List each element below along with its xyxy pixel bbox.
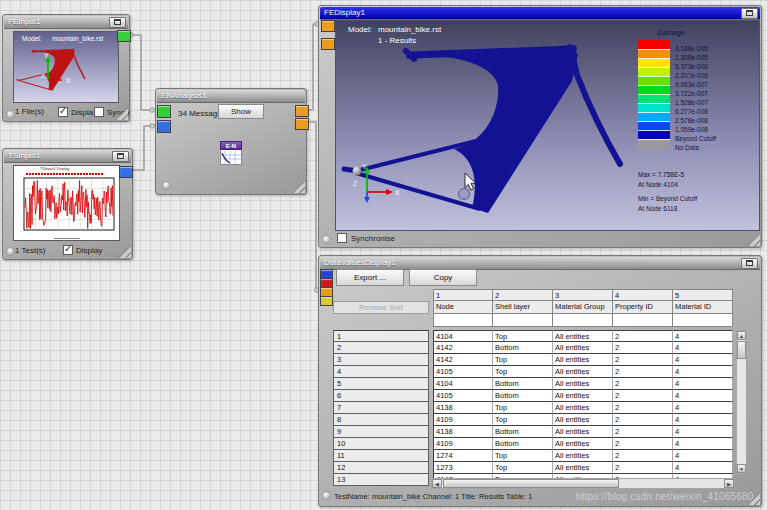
- column-header[interactable]: Shell layer: [493, 301, 553, 314]
- row-header[interactable]: 12: [333, 462, 429, 474]
- table-cell[interactable]: 1273: [433, 462, 493, 474]
- table-cell[interactable]: Top: [493, 402, 553, 414]
- table-cell[interactable]: 2: [613, 450, 673, 462]
- feinput-model-preview[interactable]: Model: mountain_bike.rst Y Z X: [13, 31, 119, 103]
- row-header[interactable]: 9: [333, 426, 429, 438]
- tsinput-output-port[interactable]: [119, 166, 133, 178]
- copy-button[interactable]: Copy: [409, 269, 477, 286]
- vertical-scrollbar[interactable]: ▲ ▼: [736, 330, 747, 474]
- row-header[interactable]: 11: [333, 450, 429, 462]
- table-cell[interactable]: All entities: [553, 426, 613, 438]
- table-row[interactable]: 111274TopAll entities24: [333, 450, 733, 462]
- scroll-left-arrow[interactable]: ◀: [432, 479, 442, 488]
- column-header[interactable]: Material ID: [673, 301, 733, 314]
- table-cell[interactable]: 2: [613, 426, 673, 438]
- table-cell[interactable]: 4: [673, 414, 733, 426]
- table-cell[interactable]: 2: [613, 414, 673, 426]
- table-cell[interactable]: 2: [613, 390, 673, 402]
- filter-cell[interactable]: [673, 314, 733, 327]
- table-cell[interactable]: Bottom: [493, 378, 553, 390]
- row-header[interactable]: 7: [333, 402, 429, 414]
- fedisplay-titlebar[interactable]: FEDisplay1: [320, 7, 760, 20]
- table-cell[interactable]: Top: [493, 354, 553, 366]
- filter-cell[interactable]: [433, 314, 493, 327]
- table-row[interactable]: 74138TopAll entities24: [333, 402, 733, 414]
- table-cell[interactable]: 1274: [433, 450, 493, 462]
- filter-cell[interactable]: [493, 314, 553, 327]
- show-messages-button[interactable]: Show: [218, 104, 264, 119]
- filter-cell[interactable]: [613, 314, 673, 327]
- row-header[interactable]: 13: [333, 474, 429, 486]
- table-cell[interactable]: 2: [613, 330, 673, 342]
- table-cell[interactable]: 4104: [433, 330, 493, 342]
- export-button[interactable]: Export ...: [336, 269, 404, 286]
- table-cell[interactable]: 2: [613, 438, 673, 450]
- table-cell[interactable]: 4138: [433, 402, 493, 414]
- table-cell[interactable]: Top: [493, 450, 553, 462]
- row-header[interactable]: 4: [333, 366, 429, 378]
- table-cell[interactable]: 4105: [433, 390, 493, 402]
- ts-input-port[interactable]: [157, 120, 171, 133]
- table-cell[interactable]: 4: [673, 462, 733, 474]
- table-cell[interactable]: All entities: [553, 342, 613, 354]
- table-cell[interactable]: Bottom: [493, 342, 553, 354]
- table-row[interactable]: 121273TopAll entities24: [333, 462, 733, 474]
- window-restore-button[interactable]: [109, 17, 126, 28]
- horizontal-scrollbar[interactable]: ◀ ▶: [431, 478, 735, 489]
- table-cell[interactable]: 4: [673, 330, 733, 342]
- input-port-yellow[interactable]: [320, 296, 333, 306]
- scroll-up-arrow[interactable]: ▲: [737, 331, 746, 340]
- table-cell[interactable]: 4142: [433, 342, 493, 354]
- table-cell[interactable]: 2: [613, 354, 673, 366]
- filter-cell[interactable]: [553, 314, 613, 327]
- table-cell[interactable]: All entities: [553, 378, 613, 390]
- table-row[interactable]: 64105BottomAll entities24: [333, 390, 733, 402]
- synchronise-checkbox[interactable]: [337, 233, 347, 243]
- table-cell[interactable]: All entities: [553, 414, 613, 426]
- scroll-right-arrow[interactable]: ▶: [724, 479, 734, 488]
- table-cell[interactable]: 4105: [433, 366, 493, 378]
- row-header[interactable]: 10: [333, 438, 429, 450]
- tsinput-plot-preview[interactable]: TSInput1 Display: [13, 165, 120, 241]
- column-header[interactable]: Material Group: [553, 301, 613, 314]
- row-header[interactable]: 5: [333, 378, 429, 390]
- table-cell[interactable]: All entities: [553, 366, 613, 378]
- table-cell[interactable]: 4: [673, 342, 733, 354]
- table-row[interactable]: 14104TopAll entities24: [333, 330, 733, 342]
- remove-sort-button[interactable]: Remove Sort: [333, 301, 429, 314]
- table-cell[interactable]: 4109: [433, 414, 493, 426]
- table-cell[interactable]: Top: [493, 414, 553, 426]
- table-cell[interactable]: 2: [613, 402, 673, 414]
- window-restore-button[interactable]: [112, 151, 129, 162]
- table-cell[interactable]: Top: [493, 366, 553, 378]
- table-cell[interactable]: 4109: [433, 438, 493, 450]
- column-number[interactable]: 3: [553, 289, 613, 301]
- synch-checkbox[interactable]: [94, 107, 104, 117]
- enanalysis-titlebar[interactable]: ENAnalysis1: [157, 90, 305, 103]
- table-cell[interactable]: 2: [613, 366, 673, 378]
- column-number[interactable]: 1: [433, 289, 493, 301]
- display-checkbox[interactable]: [58, 107, 68, 117]
- table-cell[interactable]: Bottom: [493, 390, 553, 402]
- table-cell[interactable]: 4: [673, 354, 733, 366]
- table-row[interactable]: 104109BottomAll entities24: [333, 438, 733, 450]
- fe-results-output-port[interactable]: [295, 105, 309, 117]
- table-cell[interactable]: All entities: [553, 330, 613, 342]
- row-header[interactable]: 1: [333, 330, 429, 342]
- column-header[interactable]: Property ID: [613, 301, 673, 314]
- column-number[interactable]: 4: [613, 289, 673, 301]
- table-cell[interactable]: All entities: [553, 462, 613, 474]
- table-cell[interactable]: 2: [613, 378, 673, 390]
- table-cell[interactable]: Bottom: [493, 438, 553, 450]
- secondary-input-port[interactable]: [321, 38, 335, 50]
- table-row[interactable]: 24142BottomAll entities24: [333, 342, 733, 354]
- table-row[interactable]: 54104BottomAll entities24: [333, 378, 733, 390]
- table-cell[interactable]: 4: [673, 366, 733, 378]
- window-restore-button[interactable]: [741, 8, 758, 19]
- row-header[interactable]: 8: [333, 414, 429, 426]
- table-cell[interactable]: Top: [493, 330, 553, 342]
- fe-input-port[interactable]: [157, 105, 171, 118]
- table-row[interactable]: 94138BottomAll entities24: [333, 426, 733, 438]
- table-cell[interactable]: All entities: [553, 354, 613, 366]
- column-header[interactable]: Node: [433, 301, 493, 314]
